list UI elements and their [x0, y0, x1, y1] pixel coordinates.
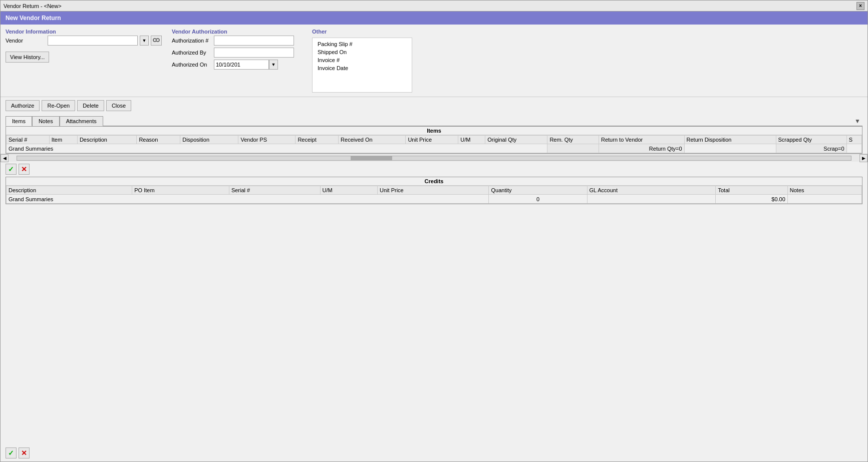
credits-notes-td	[787, 195, 861, 204]
authorized-by-input[interactable]	[214, 48, 294, 58]
tab-attachments[interactable]: Attachments	[60, 116, 103, 126]
empty-td-2	[846, 144, 861, 153]
credits-grand-summaries-label: Grand Summaries	[7, 195, 489, 204]
scrap-value: Scrap=0	[776, 144, 846, 153]
col-vendor-ps: Vendor PS	[238, 136, 296, 144]
other-section: Other Packing Slip # Shipped On Invoice …	[312, 29, 412, 93]
svg-rect-3	[156, 40, 157, 41]
col-receipt: Receipt	[296, 136, 339, 144]
items-scrollbar[interactable]: ◀ ▶	[1, 154, 867, 162]
col-return-disposition: Return Disposition	[684, 136, 776, 144]
credits-confirm-button[interactable]: ✓	[6, 447, 17, 458]
col-reason: Reason	[137, 136, 180, 144]
tab-items[interactable]: Items	[6, 116, 32, 126]
credits-empty-td	[587, 195, 716, 204]
view-history-button[interactable]: View History...	[6, 52, 49, 63]
credits-col-unit-price: Unit Price	[378, 186, 489, 195]
scroll-left-arrow[interactable]: ◀	[1, 154, 9, 162]
col-received-on: Received On	[339, 136, 406, 144]
credits-cancel-button[interactable]: ✕	[19, 447, 30, 458]
checkmark-icon: ✓	[8, 165, 14, 173]
items-confirm-button[interactable]: ✓	[6, 164, 17, 175]
vendor-search-button[interactable]	[151, 36, 162, 46]
vendor-field-row: Vendor ▼	[6, 36, 162, 46]
shipped-on-label: Shipped On	[318, 49, 363, 55]
authorization-number-input[interactable]	[214, 36, 294, 46]
vendor-dropdown-button[interactable]: ▼	[140, 36, 149, 46]
invoice-num-row: Invoice #	[318, 57, 407, 63]
tabs-bar: Items Notes Attachments ▼	[6, 116, 862, 126]
form-title: New Vendor Return	[6, 15, 61, 22]
col-disposition: Disposition	[180, 136, 238, 144]
authorized-on-input[interactable]	[214, 60, 269, 70]
reopen-button[interactable]: Re-Open	[42, 100, 75, 111]
tabs-section: Items Notes Attachments ▼	[1, 114, 867, 126]
action-buttons-row: Authorize Re-Open Delete Close	[1, 97, 867, 114]
authorize-button[interactable]: Authorize	[6, 100, 40, 111]
return-qty-cell	[547, 144, 599, 153]
vendor-information-section: Vendor Information Vendor ▼	[6, 29, 162, 93]
auth-num-field-row: Authorization #	[172, 36, 302, 46]
col-scrapped-qty: Scrapped Qty	[776, 136, 846, 144]
col-s: S	[846, 136, 861, 144]
date-dropdown-button[interactable]: ▼	[269, 60, 278, 70]
invoice-num-label: Invoice #	[318, 57, 363, 63]
vendor-info-label: Vendor Information	[6, 29, 162, 35]
vendor-authorization-section: Vendor Authorization Authorization # Aut…	[172, 29, 302, 93]
main-window: Vendor Return - <New> × New Vendor Retur…	[0, 0, 868, 462]
header-bar: New Vendor Return	[1, 12, 867, 25]
credits-total-value: $0.00	[716, 195, 787, 204]
col-description: Description	[77, 136, 136, 144]
items-table-header-row: Serial # Item Description Reason Disposi…	[7, 136, 862, 144]
credits-col-serial-num: Serial #	[229, 186, 320, 195]
x-icon: ✕	[21, 165, 27, 173]
credits-header-row: Description PO Item Serial # U/M Unit Pr…	[7, 186, 862, 195]
credits-col-quantity: Quantity	[489, 186, 587, 195]
delete-button[interactable]: Delete	[77, 100, 104, 111]
grand-summaries-label: Grand Summaries	[7, 144, 547, 153]
vendor-input[interactable]	[48, 36, 138, 46]
credits-col-notes: Notes	[787, 186, 861, 195]
title-bar: Vendor Return - <New> ×	[1, 1, 867, 12]
credits-icon-buttons: ✓ ✕	[1, 444, 867, 461]
scrollbar-track[interactable]	[17, 156, 851, 161]
bottom-x-icon: ✕	[21, 449, 27, 457]
credits-grand-summaries-row: Grand Summaries 0 $0.00	[7, 195, 862, 204]
binoculars-icon	[153, 37, 160, 44]
credits-col-description: Description	[7, 186, 132, 195]
scrollbar-thumb[interactable]	[351, 156, 392, 160]
invoice-date-row: Invoice Date	[318, 65, 407, 71]
close-button[interactable]: Close	[106, 100, 131, 111]
bottom-checkmark-icon: ✓	[8, 449, 14, 457]
credits-col-um: U/M	[320, 186, 377, 195]
authorized-on-field-row: Authorized On ▼	[172, 60, 302, 70]
items-icon-buttons: ✓ ✕	[1, 162, 867, 177]
vendor-auth-label: Vendor Authorization	[172, 29, 302, 35]
col-um: U/M	[458, 136, 485, 144]
col-original-qty: Original Qty	[485, 136, 547, 144]
items-cancel-button[interactable]: ✕	[19, 164, 30, 175]
packing-slip-label: Packing Slip #	[318, 41, 363, 47]
return-qty-value: Return Qty=0	[599, 144, 685, 153]
credits-table-header: Credits	[6, 177, 862, 186]
auth-num-label: Authorization #	[172, 38, 212, 44]
items-table-header: Items	[6, 127, 862, 135]
credits-table: Description PO Item Serial # U/M Unit Pr…	[6, 186, 862, 204]
authorized-on-label: Authorized On	[172, 62, 212, 68]
empty-td-1	[684, 144, 776, 153]
invoice-date-label: Invoice Date	[318, 65, 363, 71]
tab-notes[interactable]: Notes	[32, 116, 60, 126]
scroll-right-arrow[interactable]: ▶	[859, 154, 867, 162]
shipped-on-row: Shipped On	[318, 49, 407, 55]
credits-qty-value: 0	[489, 195, 587, 204]
window-title: Vendor Return - <New>	[4, 3, 62, 9]
col-serial-num: Serial #	[7, 136, 50, 144]
col-item: Item	[49, 136, 77, 144]
col-unit-price: Unit Price	[406, 136, 458, 144]
other-label: Other	[312, 29, 412, 35]
items-table-section: Items Serial # Item Description Reason D…	[6, 126, 862, 154]
credits-col-total: Total	[716, 186, 787, 195]
window-close-button[interactable]: ×	[856, 2, 864, 10]
items-table: Serial # Item Description Reason Disposi…	[6, 135, 862, 153]
bottom-spacer	[1, 204, 867, 444]
